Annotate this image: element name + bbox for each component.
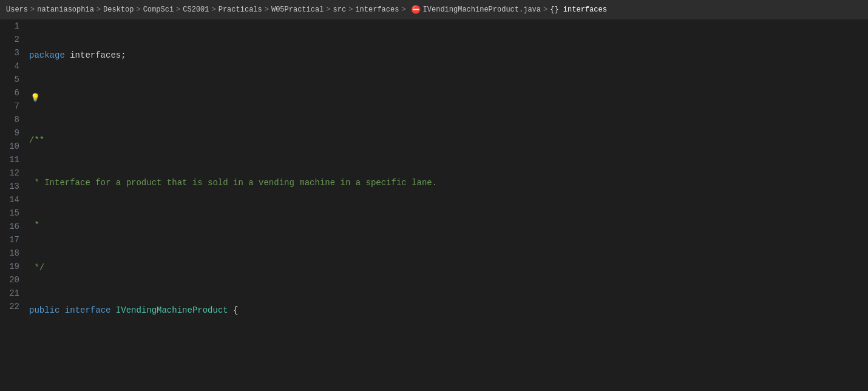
ln-4: 4 <box>5 59 19 73</box>
error-icon: ⛔ <box>411 5 421 15</box>
code-line-6: */ <box>29 261 868 274</box>
sep-8: > <box>348 5 353 14</box>
sep-7: > <box>326 5 330 14</box>
ln-21: 21 <box>5 287 19 300</box>
code-line-9: /** <box>29 389 868 391</box>
ln-19: 19 <box>5 260 19 273</box>
ln-15: 15 <box>5 206 19 220</box>
sep-10: > <box>543 5 548 14</box>
ln-12: 12 <box>5 166 19 180</box>
ln-1: 1 <box>5 19 19 33</box>
ln-11: 11 <box>5 153 19 166</box>
breadcrumb-w05practical[interactable]: W05Practical <box>271 5 324 14</box>
ln-20: 20 <box>5 273 19 287</box>
ln-18: 18 <box>5 246 19 260</box>
ln-22: 22 <box>5 300 19 313</box>
code-line-1: package interfaces; <box>29 49 868 62</box>
code-line-2: 💡 <box>29 91 868 104</box>
sep-4: > <box>176 5 180 14</box>
breadcrumb-symbol[interactable]: {} interfaces <box>550 5 607 14</box>
breadcrumb-users[interactable]: Users <box>6 5 28 14</box>
breadcrumb-practicals[interactable]: Practicals <box>219 5 262 14</box>
breadcrumb-compsci[interactable]: CompSci <box>143 5 174 14</box>
sep-2: > <box>97 5 101 14</box>
code-line-8 <box>29 346 868 359</box>
sep-3: > <box>136 5 140 14</box>
ln-16: 16 <box>5 220 19 233</box>
code-line-7: public interface IVendingMachineProduct … <box>29 304 868 317</box>
code-line-3: /** <box>29 134 868 147</box>
code-text[interactable]: package interfaces; 💡 /** * Interface fo… <box>27 19 868 391</box>
breadcrumb-src[interactable]: src <box>333 5 347 14</box>
ln-14: 14 <box>5 193 19 206</box>
ln-17: 17 <box>5 233 19 246</box>
code-editor: 1 2 3 4 5 6 7 8 9 10 11 12 13 14 15 16 1… <box>0 19 868 391</box>
breadcrumb-file[interactable]: IVendingMachineProduct.java <box>423 5 541 14</box>
breadcrumb-user[interactable]: nataniasophia <box>37 5 94 14</box>
ln-10: 10 <box>5 140 19 153</box>
code-line-5: * <box>29 219 868 232</box>
ln-5: 5 <box>5 73 19 86</box>
sep-9: > <box>401 5 405 14</box>
sep-5: > <box>212 5 216 14</box>
line-numbers: 1 2 3 4 5 6 7 8 9 10 11 12 13 14 15 16 1… <box>0 19 27 391</box>
breadcrumb: Users > nataniasophia > Desktop > CompSc… <box>0 0 868 19</box>
sep-6: > <box>265 5 269 14</box>
ln-8: 8 <box>5 113 19 126</box>
code-line-4: * Interface for a product that is sold i… <box>29 176 868 189</box>
breadcrumb-cs2001[interactable]: CS2001 <box>183 5 209 14</box>
breadcrumb-desktop[interactable]: Desktop <box>103 5 134 14</box>
ln-2: 2 <box>5 33 19 46</box>
ln-7: 7 <box>5 100 19 113</box>
ln-6: 6 <box>5 86 19 100</box>
ln-9: 9 <box>5 126 19 140</box>
breadcrumb-interfaces[interactable]: interfaces <box>355 5 399 14</box>
ln-13: 13 <box>5 180 19 193</box>
ln-3: 3 <box>5 46 19 59</box>
sep-1: > <box>30 5 35 14</box>
